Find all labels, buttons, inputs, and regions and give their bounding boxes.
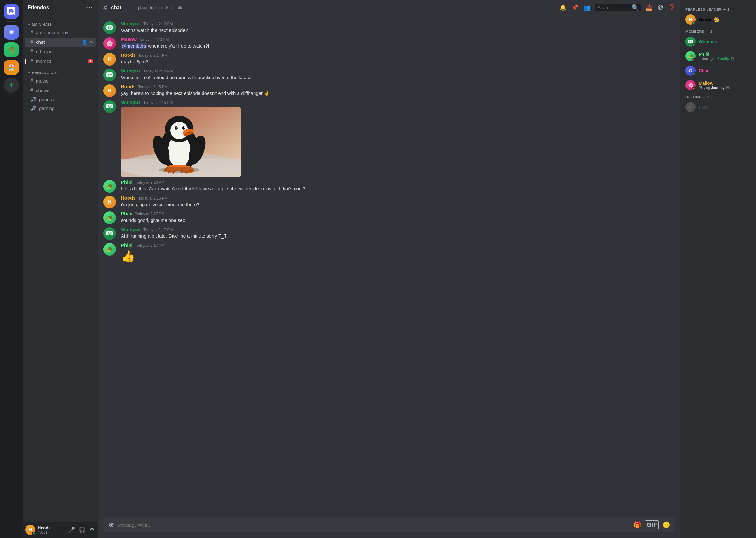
message-input[interactable] — [118, 522, 630, 528]
member-item-wumpus[interactable]: Wumpus — [683, 35, 753, 49]
gif-button[interactable]: GIF — [645, 520, 659, 529]
svg-point-30 — [184, 127, 185, 128]
msg-text: yay! here's to hoping the next episode d… — [121, 90, 675, 96]
user-settings-icon[interactable]: ⚙ — [88, 525, 96, 535]
msg-author[interactable]: Phibi — [121, 242, 133, 248]
channel-item-announcements[interactable]: # announcements — [25, 28, 96, 37]
msg-author[interactable]: Wumpus — [121, 21, 141, 26]
help-icon[interactable]: ❓ — [668, 4, 675, 11]
member-item-face[interactable]: F Face — [683, 100, 753, 114]
msg-author[interactable]: Hoods — [121, 195, 136, 200]
member-item-mallow[interactable]: 🌸 Mallow Playing Journey 🎮 — [683, 78, 753, 92]
speaker-icon-gaming: 🔊 — [30, 105, 36, 111]
msg-timestamp: Today at 2:16 PM — [135, 180, 165, 185]
msg-author[interactable]: Hoods — [121, 84, 136, 89]
server-icon-2[interactable]: 🌴 — [4, 42, 19, 57]
server-icon-3[interactable]: 🏖️ — [4, 60, 19, 75]
mention-icon[interactable]: @ — [658, 4, 663, 11]
member-avatar-phibi: 🐢 — [685, 51, 695, 61]
msg-content: Mallow Today at 2:13 PM @members when ar… — [121, 36, 675, 50]
msg-author[interactable]: Hoods — [121, 52, 136, 58]
channel-topic: a place for friends to talk — [134, 5, 182, 10]
messages-area: Wumpus Today at 2:13 PM Wanna watch the … — [98, 15, 681, 518]
header-divider — [127, 4, 128, 11]
member-name: Chad — [699, 68, 751, 73]
channel-item-chat[interactable]: # chat 👤 ⚙ — [25, 37, 96, 47]
channel-item-gaming-voice[interactable]: 🔊 gaming — [25, 104, 96, 113]
msg-text-emoji: 👍 — [121, 248, 675, 264]
user-bar: H Hoods #0001 🎤 🎧 ⚙ — [23, 522, 98, 538]
channel-item-shows[interactable]: # shows — [25, 86, 96, 95]
channel-item-off-topic[interactable]: # off-topic — [25, 47, 96, 56]
svg-rect-47 — [112, 232, 114, 235]
server-icon-1[interactable] — [4, 25, 19, 40]
msg-text: maybe 8pm? — [121, 58, 675, 65]
message-group: Wumpus Today at 2:15 PM — [98, 99, 681, 178]
member-info: Chad — [699, 68, 751, 73]
svg-point-29 — [177, 127, 178, 128]
msg-image — [121, 107, 675, 177]
search-bar[interactable]: 🔍 — [595, 4, 641, 11]
channel-item-memes[interactable]: # memes 1 — [25, 56, 96, 66]
msg-timestamp: Today at 2:17 PM — [135, 212, 165, 216]
msg-header: Wumpus Today at 2:14 PM — [121, 68, 675, 74]
gift-icon[interactable]: 🎁 — [634, 521, 641, 528]
member-item-chad[interactable]: C Chad — [683, 64, 753, 78]
category-hanging-out[interactable]: ▼ HANGING OUT — [23, 66, 98, 76]
avatar-hoods2: H — [103, 84, 116, 97]
message-group: 🐢 Phibi Today at 2:17 PM sounds good, gi… — [98, 210, 681, 225]
msg-content: Phibi Today at 2:17 PM sounds good, give… — [121, 211, 675, 224]
msg-text: Ahh running a bit late. Give me a minute… — [121, 233, 675, 239]
message-group: 🐢 Phibi Today at 2:17 PM 👍 — [98, 242, 681, 265]
offline-section-label: OFFLINE — 1 — [683, 93, 753, 100]
headset-icon[interactable]: 🎧 — [77, 525, 87, 535]
member-info: Wumpus — [699, 39, 751, 44]
emoji-button[interactable]: 🙂 — [662, 521, 670, 528]
msg-content: Wumpus Today at 2:14 PM Works for me! I … — [121, 68, 675, 81]
channel-item-music[interactable]: # music — [25, 76, 96, 85]
member-info: Face — [699, 105, 751, 110]
msg-author[interactable]: Phibi — [121, 179, 133, 185]
channel-sidebar: Friendos ··· ▼ MAIN HALL # announcements… — [23, 0, 98, 538]
msg-timestamp: Today at 2:13 PM — [143, 22, 173, 26]
chat-header: # chat a place for friends to talk 🔔 📌 👥… — [98, 0, 681, 15]
msg-author[interactable]: Wumpus — [121, 227, 141, 232]
server-more-options[interactable]: ··· — [86, 4, 93, 11]
fearless-leader-section-label: FEARLESS LEADER — 1 — [683, 5, 753, 13]
server-name-bar[interactable]: Friendos ··· — [23, 0, 98, 15]
svg-point-14 — [108, 105, 109, 107]
member-item-phibi[interactable]: 🐢 Phibi Listening to Spotify 🎵 — [683, 49, 753, 63]
pin-icon[interactable]: 📌 — [571, 4, 578, 11]
svg-point-48 — [108, 232, 109, 234]
notification-bell-icon[interactable]: 🔔 — [559, 4, 566, 11]
msg-author[interactable]: Mallow — [121, 36, 137, 42]
members-list-icon[interactable]: 👥 — [583, 4, 590, 11]
msg-author[interactable]: Wumpus — [121, 100, 141, 105]
member-status-dot — [692, 73, 695, 76]
member-name: Face — [699, 105, 751, 110]
msg-content: Wumpus Today at 2:17 PM Ahh running a bi… — [121, 227, 675, 240]
inbox-icon[interactable]: 📥 — [646, 4, 653, 11]
member-activity: Playing Journey 🎮 — [699, 86, 751, 90]
search-input[interactable] — [598, 5, 629, 10]
msg-author[interactable]: Phibi — [121, 211, 133, 216]
add-member-icon[interactable]: 👤 — [82, 40, 87, 45]
svg-point-53 — [689, 41, 690, 42]
msg-header: Hoods Today at 2:14 PM — [121, 52, 675, 58]
svg-point-15 — [110, 105, 112, 107]
msg-timestamp: Today at 2:15 PM — [143, 100, 173, 105]
msg-text: @members when are y'all free to watch?! — [121, 42, 675, 49]
msg-text: i'm jumping on voice. meet me there? — [121, 201, 675, 208]
member-avatar-chad: C — [685, 66, 695, 76]
member-item-hoods[interactable]: H Hoods 👑 — [683, 13, 753, 27]
attach-button[interactable]: ⊕ — [108, 521, 114, 529]
microphone-icon[interactable]: 🎤 — [67, 525, 76, 535]
member-info: Phibi Listening to Spotify 🎵 — [699, 52, 751, 61]
discord-home-button[interactable] — [4, 4, 19, 19]
category-main-hall[interactable]: ▼ MAIN HALL — [23, 18, 98, 28]
settings-icon[interactable]: ⚙ — [89, 40, 93, 45]
channel-item-general-voice[interactable]: 🔊 general — [25, 95, 96, 104]
member-status-dot — [692, 58, 695, 61]
msg-author[interactable]: Wumpus — [121, 68, 141, 74]
add-server-button[interactable]: + — [4, 78, 19, 93]
